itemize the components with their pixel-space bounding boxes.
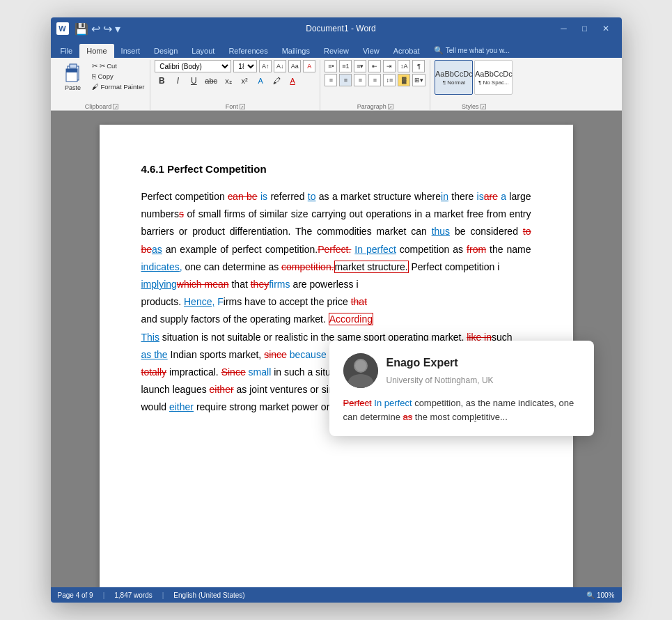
multilevel-button[interactable]: ≡▾ <box>354 60 366 72</box>
underline-button[interactable]: U <box>187 74 201 88</box>
text-insertion-because: because <box>290 349 327 360</box>
svg-point-7 <box>355 360 366 371</box>
font-expand[interactable]: ↗ <box>240 104 245 109</box>
word-window: W 💾 ↩ ↪ ▾ Document1 - Word ─ □ ✕ File Ho… <box>51 17 622 603</box>
styles-area: AaBbCcDc ¶ Normal AaBbCcDc ¶ No Spac... <box>435 60 513 95</box>
word-count: 1,847 words <box>114 591 152 599</box>
borders-button[interactable]: ⊞▾ <box>412 74 425 86</box>
text-link-implying: implying <box>141 279 177 290</box>
styles-expand[interactable]: ↗ <box>480 104 486 109</box>
avatar-svg <box>343 353 378 388</box>
text-that: that <box>229 279 251 290</box>
word-icon: W <box>56 22 69 35</box>
font-size-select[interactable]: 18 <box>233 60 257 72</box>
font-case-button[interactable]: Aa <box>288 60 301 72</box>
text-strikethrough-perfect: Perfect. <box>318 244 351 255</box>
copy-button[interactable]: ⎘ Copy <box>91 72 146 81</box>
cut-button[interactable]: ✂ ✂ Cut <box>91 61 146 70</box>
text-normal: Perfect competition <box>141 191 228 202</box>
doc-paragraph-3: products. Hence, Firms have to accept th… <box>141 293 531 311</box>
text-normal-2: referred <box>267 191 308 202</box>
font-name-select[interactable]: Calibri (Body) <box>155 60 231 72</box>
text-according: According <box>329 313 373 325</box>
paragraph-expand[interactable]: ↗ <box>388 104 393 109</box>
text-strikethrough-s: s <box>179 208 184 219</box>
text-strikethrough-whichmean: which mean <box>177 279 229 290</box>
text-insertion-firms: firms <box>269 279 290 290</box>
expert-name: Enago Expert <box>386 353 580 373</box>
expert-header: Enago Expert University of Nottingham, U… <box>343 353 580 388</box>
tab-home[interactable]: Home <box>79 44 114 58</box>
format-painter-button[interactable]: 🖌 Format Painter <box>91 82 146 91</box>
text-strikethrough-competition: competition. <box>281 261 334 272</box>
font-row-2: B I U abc x₂ x² A 🖍 A <box>155 74 315 88</box>
undo-icon[interactable]: ↩ <box>91 22 100 36</box>
tab-references[interactable]: References <box>221 44 274 58</box>
superscript-button[interactable]: x² <box>237 74 251 88</box>
paste-button[interactable]: Paste <box>58 60 88 95</box>
bold-button[interactable]: B <box>155 74 169 88</box>
italic-button[interactable]: I <box>171 74 185 88</box>
increase-indent-button[interactable]: ⇥ <box>383 60 396 72</box>
save-icon[interactable]: 💾 <box>75 22 88 36</box>
text-strikethrough-since: since <box>264 349 287 360</box>
justify-button[interactable]: ≡ <box>368 74 381 86</box>
align-right-button[interactable]: ≡ <box>354 74 366 86</box>
tab-mailings[interactable]: Mailings <box>275 44 317 58</box>
title-bar: W 💾 ↩ ↪ ▾ Document1 - Word ─ □ ✕ <box>51 17 622 40</box>
maximize-button[interactable]: □ <box>575 22 595 36</box>
tab-insert[interactable]: Insert <box>114 44 148 58</box>
highlight-button[interactable]: 🖍 <box>269 74 283 88</box>
expert-university: University of Nottingham, UK <box>386 373 580 389</box>
tab-layout[interactable]: Layout <box>185 44 221 58</box>
clear-format-button[interactable]: A <box>303 60 315 72</box>
style-no-spacing[interactable]: AaBbCcDc ¶ No Spac... <box>474 60 513 95</box>
decrease-font-button[interactable]: A↓ <box>274 60 286 72</box>
doc-paragraph-1: Perfect competition can be is referred t… <box>141 188 531 276</box>
numbering-button[interactable]: ≡1 <box>339 60 352 72</box>
show-hide-button[interactable]: ¶ <box>412 60 425 72</box>
font-row-1: Calibri (Body) 18 A↑ A↓ Aa A <box>155 60 315 72</box>
text-market-structure: market structure. <box>334 261 409 273</box>
customize-icon[interactable]: ▾ <box>115 22 120 36</box>
font-group-content: Calibri (Body) 18 A↑ A↓ Aa A B I U <box>155 60 315 102</box>
style-normal[interactable]: AaBbCcDc ¶ Normal <box>435 60 473 95</box>
tell-me-input[interactable]: 🔍 Tell me what you w... <box>427 43 517 58</box>
bullets-button[interactable]: ≡• <box>325 60 337 72</box>
text-insertion-F: F <box>217 296 224 307</box>
text-insertion-is: is <box>260 191 267 202</box>
tab-review[interactable]: Review <box>317 44 356 58</box>
minimize-button[interactable]: ─ <box>554 22 575 36</box>
line-spacing-button[interactable]: ↕≡ <box>383 74 396 86</box>
sort-button[interactable]: ↕A <box>398 60 410 72</box>
status-separator-1: | <box>103 591 105 599</box>
align-left-button[interactable]: ≡ <box>325 74 337 86</box>
strikethrough-button[interactable]: abc <box>203 74 219 88</box>
ribbon-tabs: File Home Insert Design Layout Reference… <box>51 40 622 58</box>
text-insertion-small: small <box>249 366 272 378</box>
expert-popup: Enago Expert University of Nottingham, U… <box>329 341 594 436</box>
tab-acrobat[interactable]: Acrobat <box>386 44 427 58</box>
subscript-button[interactable]: x₂ <box>221 74 235 88</box>
tab-design[interactable]: Design <box>147 44 185 58</box>
redo-icon[interactable]: ↪ <box>103 22 112 36</box>
zoom-controls[interactable]: 🔍 100% <box>586 591 614 599</box>
text-link-indicates: indicates, <box>141 261 182 272</box>
doc-paragraph-2: implyingwhich mean that theyfirms are po… <box>141 276 531 293</box>
font-color-button[interactable]: A <box>286 74 299 88</box>
close-button[interactable]: ✕ <box>595 22 616 36</box>
expert-text-strikethrough-as: as <box>403 412 413 422</box>
window-controls: ─ □ ✕ <box>554 22 616 36</box>
decrease-indent-button[interactable]: ⇤ <box>368 60 381 72</box>
cut-icon: ✂ <box>92 62 97 70</box>
tab-file[interactable]: File <box>54 44 80 58</box>
text-effects-button[interactable]: A <box>253 74 267 88</box>
align-center-button[interactable]: ≡ <box>339 74 352 86</box>
text-strikethrough-can-be: can be <box>228 191 257 202</box>
shading-button[interactable]: ▓ <box>398 74 410 86</box>
styles-group: AaBbCcDc ¶ Normal AaBbCcDc ¶ No Spac... … <box>430 60 517 110</box>
increase-font-button[interactable]: A↑ <box>259 60 272 72</box>
text-normal-4: there <box>448 191 477 202</box>
tab-view[interactable]: View <box>356 44 386 58</box>
clipboard-expand[interactable]: ↗ <box>113 104 118 109</box>
